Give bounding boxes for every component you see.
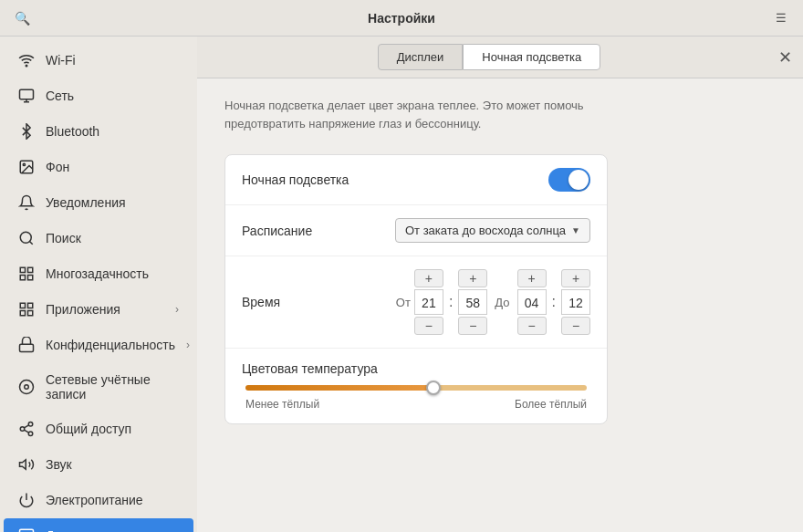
time-label: Время xyxy=(242,295,391,309)
sidebar-item-wallpaper[interactable]: Фон xyxy=(4,150,193,184)
color-temp-label: Цветовая температура xyxy=(242,361,378,376)
power-icon xyxy=(18,492,35,508)
sidebar-item-network[interactable]: Сеть xyxy=(4,78,193,113)
svg-point-5 xyxy=(23,163,25,165)
sidebar-item-multitask[interactable]: Многозадачность xyxy=(4,256,193,291)
menu-icon: ☰ xyxy=(776,11,787,25)
slider-thumb[interactable] xyxy=(426,381,441,395)
to-hours-increment[interactable]: + xyxy=(517,269,547,287)
schedule-label: Расписание xyxy=(242,224,395,238)
sidebar-item-wallpaper-label: Фон xyxy=(46,160,179,174)
sharing-icon xyxy=(18,421,35,437)
sidebar-item-displays[interactable]: Дисплеи xyxy=(4,518,193,532)
svg-rect-15 xyxy=(20,311,25,316)
titlebar: 🔍 Настройки ☰ xyxy=(0,0,803,37)
schedule-dropdown[interactable]: От заката до восхода солнца ▼ xyxy=(395,218,590,243)
sidebar-item-sound-label: Звук xyxy=(46,457,179,472)
svg-point-17 xyxy=(25,385,29,390)
tab-group: Дисплеи Ночная подсветка xyxy=(378,44,601,70)
slider-labels: Менее тёплый Более тёплый xyxy=(245,398,587,411)
night-light-row: Ночная подсветка xyxy=(225,155,607,205)
from-hours-value: 21 xyxy=(414,289,443,315)
time-controls: От + 21 − : + 58 − xyxy=(396,269,590,335)
search-icon-sidebar xyxy=(18,230,35,246)
svg-rect-8 xyxy=(20,267,25,272)
time-row: Время От + 21 − : + 58 xyxy=(225,256,607,349)
sidebar-item-sound[interactable]: Звук xyxy=(4,447,193,482)
from-hours-spinner: + 21 − xyxy=(414,269,443,335)
sidebar-item-bluetooth[interactable]: Bluetooth xyxy=(4,114,193,149)
wifi-icon xyxy=(18,52,35,68)
sidebar-item-wifi[interactable]: Wi-Fi xyxy=(4,43,193,78)
network-icon xyxy=(18,88,35,104)
night-light-description: Ночная подсветка делает цвет экрана тепл… xyxy=(224,97,589,132)
content-panel: Ночная подсветка делает цвет экрана тепл… xyxy=(197,78,803,532)
to-minutes-spinner: + 12 − xyxy=(561,269,590,335)
svg-point-6 xyxy=(20,232,31,243)
svg-rect-11 xyxy=(20,276,25,280)
from-minutes-decrement[interactable]: − xyxy=(458,317,487,335)
multitask-icon xyxy=(18,266,35,282)
tab-displays[interactable]: Дисплеи xyxy=(378,44,464,70)
sound-icon xyxy=(18,456,35,473)
temp-max-label: Более тёплый xyxy=(515,398,587,411)
menu-button[interactable]: ☰ xyxy=(766,5,796,31)
to-hours-decrement[interactable]: − xyxy=(517,317,547,335)
to-minutes-decrement[interactable]: − xyxy=(561,317,590,335)
to-hours-spinner: + 04 − xyxy=(517,269,547,335)
sidebar-item-sharing-label: Общий доступ xyxy=(46,422,179,436)
svg-rect-1 xyxy=(20,89,34,99)
sidebar-item-power[interactable]: Электропитание xyxy=(4,483,193,517)
toggle-knob xyxy=(568,170,589,190)
schedule-row: Расписание От заката до восхода солнца ▼ xyxy=(225,205,607,256)
sidebar-item-accounts-label: Сетевые учётные записи xyxy=(46,372,179,402)
sidebar-item-search[interactable]: Поиск xyxy=(4,221,193,256)
svg-rect-13 xyxy=(28,303,33,308)
sidebar-item-apps-label: Приложения xyxy=(46,302,164,317)
to-minutes-increment[interactable]: + xyxy=(561,269,590,287)
svg-line-21 xyxy=(24,430,28,433)
temp-min-label: Менее тёплый xyxy=(245,398,319,411)
search-button[interactable]: 🔍 xyxy=(7,5,36,31)
night-light-label: Ночная подсветка xyxy=(242,172,548,187)
sidebar-item-accounts[interactable]: Сетевые учётные записи xyxy=(4,363,193,411)
svg-rect-16 xyxy=(20,344,34,351)
sidebar: Wi-Fi Сеть Bluetooth Фо xyxy=(0,37,197,532)
from-label: От xyxy=(396,296,411,309)
svg-point-0 xyxy=(26,65,27,67)
svg-marker-23 xyxy=(20,460,26,470)
sidebar-item-bluetooth-label: Bluetooth xyxy=(46,124,179,139)
svg-rect-9 xyxy=(28,267,33,272)
from-hours-increment[interactable]: + xyxy=(414,269,443,287)
sidebar-item-displays-label: Дисплеи xyxy=(46,528,179,532)
apps-icon xyxy=(18,301,35,318)
sidebar-item-network-label: Сеть xyxy=(46,89,179,103)
from-hours-decrement[interactable]: − xyxy=(414,317,443,335)
dropdown-arrow-icon: ▼ xyxy=(571,225,580,235)
colon-2: : xyxy=(552,294,556,310)
night-light-toggle[interactable] xyxy=(548,168,590,192)
tab-night-light[interactable]: Ночная подсветка xyxy=(463,44,600,70)
close-icon: ✕ xyxy=(778,48,792,67)
color-temp-row: Цветовая температура Менее тёплый Более … xyxy=(225,349,607,423)
from-minutes-value: 58 xyxy=(458,289,487,315)
schedule-value: От заката до восхода солнца xyxy=(405,224,566,237)
from-minutes-spinner: + 58 − xyxy=(458,269,487,335)
main-layout: Wi-Fi Сеть Bluetooth Фо xyxy=(0,37,803,532)
sidebar-item-apps[interactable]: Приложения › xyxy=(4,292,193,327)
accounts-icon xyxy=(18,379,35,395)
sidebar-item-privacy[interactable]: Конфиденциальность › xyxy=(4,328,193,362)
sidebar-item-sharing[interactable]: Общий доступ xyxy=(4,412,193,446)
close-button[interactable]: ✕ xyxy=(778,47,792,68)
svg-line-7 xyxy=(29,241,32,244)
svg-point-18 xyxy=(28,422,33,427)
from-minutes-increment[interactable]: + xyxy=(458,269,487,287)
content-area: Дисплеи Ночная подсветка ✕ Ночная подсве… xyxy=(197,37,803,532)
to-hours-value: 04 xyxy=(517,289,547,315)
privacy-chevron-icon: › xyxy=(186,339,190,351)
sidebar-item-multitask-label: Многозадачность xyxy=(46,266,179,281)
sidebar-item-notifications[interactable]: Уведомления xyxy=(4,185,193,220)
sidebar-item-notifications-label: Уведомления xyxy=(46,195,179,210)
svg-rect-14 xyxy=(28,311,33,316)
search-icon: 🔍 xyxy=(15,11,30,26)
